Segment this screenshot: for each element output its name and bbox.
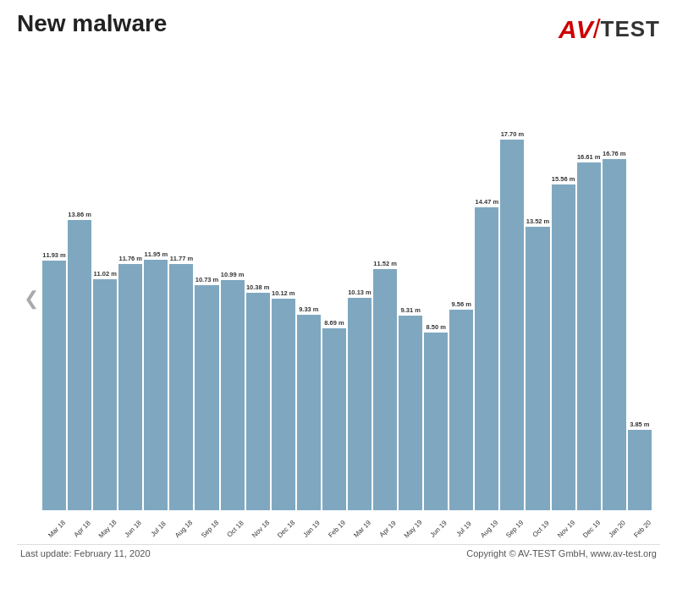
bar-rect <box>42 261 66 510</box>
bar-rect <box>322 328 346 510</box>
bar-rect <box>628 430 652 510</box>
bar-value-label: 11.52 m <box>373 260 397 267</box>
bar-value-label: 9.33 m <box>299 305 318 313</box>
bar-x-label: Sep 18 <box>200 519 220 539</box>
bar-x-label: Nov 18 <box>250 519 271 539</box>
bar-rect <box>297 315 321 510</box>
bar-group: 17.70 mSep 19 <box>500 79 524 510</box>
bar-value-label: 3.85 m <box>630 421 649 428</box>
bar-x-label: Jul 19 <box>455 520 473 537</box>
bar-group: 11.93 mMar 18 <box>42 79 66 510</box>
bar-value-label: 11.02 m <box>93 270 117 278</box>
bar-x-label: Aug 18 <box>173 519 194 539</box>
bar-group: 8.50 mJun 19 <box>424 79 448 510</box>
bar-value-label: 10.99 m <box>221 271 245 278</box>
bar-group: 11.76 mJun 18 <box>118 79 142 510</box>
bar-value-label: 9.31 m <box>400 306 420 314</box>
bar-rect <box>195 285 218 510</box>
bar-x-label: Sep 19 <box>504 519 525 539</box>
bar-rect <box>221 280 245 510</box>
bar-group: 13.86 mApr 18 <box>68 79 91 510</box>
bar-group: 16.61 mDec 19 <box>577 79 601 510</box>
bar-rect <box>399 316 422 510</box>
bar-value-label: 13.52 m <box>526 217 550 225</box>
bar-group: 11.52 mApr 19 <box>373 79 397 510</box>
bar-rect <box>118 264 142 510</box>
bar-x-label: Oct 19 <box>531 520 550 539</box>
bar-x-label: Jul 18 <box>150 520 168 537</box>
bar-rect <box>144 260 168 510</box>
bar-group: 10.38 mNov 18 <box>246 79 270 510</box>
bar-x-label: Feb 20 <box>632 519 652 539</box>
bar-chart: 11.93 mMar 1813.86 mApr 1811.02 mMay 181… <box>42 79 652 510</box>
bar-value-label: 10.13 m <box>348 289 372 296</box>
bar-rect <box>552 184 575 510</box>
bar-group: 11.02 mMay 18 <box>93 79 117 510</box>
bar-group: 16.76 mJan 20 <box>603 79 626 510</box>
bar-value-label: 11.95 m <box>145 250 168 258</box>
bar-x-label: May 18 <box>97 519 118 540</box>
bar-rect <box>246 293 270 510</box>
footer: Last update: February 11, 2020 Copyright… <box>17 548 660 558</box>
bar-x-label: Jun 19 <box>429 520 449 539</box>
bar-x-label: Apr 18 <box>73 520 92 539</box>
bar-x-label: Mar 19 <box>352 519 372 539</box>
bar-group: 10.99 mOct 18 <box>221 79 245 510</box>
bar-group: 11.95 mJul 18 <box>144 79 168 510</box>
bar-value-label: 11.76 m <box>119 255 143 262</box>
logo-test: TEST <box>601 16 660 42</box>
av-test-logo: A V / TEST <box>559 14 660 45</box>
bar-value-label: 10.73 m <box>195 276 219 283</box>
bar-rect <box>526 227 549 510</box>
bar-rect <box>603 159 626 510</box>
bar-rect <box>68 220 91 510</box>
bar-value-label: 8.69 m <box>324 319 344 327</box>
bar-value-label: 10.12 m <box>272 289 295 297</box>
bar-group: 14.47 mAug 19 <box>475 79 498 510</box>
logo-av: A <box>559 15 576 44</box>
bar-x-label: Jan 20 <box>607 520 626 539</box>
bar-group: 9.31 mMay 19 <box>399 79 422 510</box>
bar-x-label: Feb 19 <box>327 519 347 539</box>
bar-rect <box>373 269 397 510</box>
nav-arrow-left[interactable]: ❮ <box>24 288 39 310</box>
bar-value-label: 17.70 m <box>501 130 525 138</box>
logo-av2: V <box>576 15 592 44</box>
bar-x-label: Aug 19 <box>479 519 499 539</box>
bar-rect <box>577 162 601 510</box>
bar-x-label: Apr 19 <box>378 520 398 539</box>
bar-group: 8.69 mFeb 19 <box>322 79 346 510</box>
footer-divider <box>17 544 660 545</box>
bar-x-label: Mar 18 <box>47 519 67 539</box>
bar-x-label: Oct 18 <box>225 520 245 539</box>
bar-group: 9.33 mJan 19 <box>297 79 321 510</box>
bar-group: 11.77 mAug 18 <box>169 79 193 510</box>
page-title: New malware <box>17 10 167 37</box>
bar-group: 13.52 mOct 19 <box>526 79 549 510</box>
bar-x-label: Dec 19 <box>581 519 602 539</box>
bar-x-label: Dec 18 <box>276 519 296 539</box>
bar-group: 10.13 mMar 19 <box>348 79 372 510</box>
bar-value-label: 15.56 m <box>552 175 575 183</box>
bar-rect <box>475 207 498 510</box>
header: New malware A V / TEST <box>17 10 660 45</box>
bar-value-label: 11.93 m <box>42 251 66 259</box>
bar-value-label: 14.47 m <box>476 198 499 206</box>
bar-value-label: 16.61 m <box>577 153 601 161</box>
bar-rect <box>169 264 193 510</box>
bar-x-label: Jan 19 <box>301 520 321 539</box>
bar-x-label: Jun 18 <box>124 520 143 539</box>
bar-value-label: 11.77 m <box>170 255 194 262</box>
bar-rect <box>449 310 473 510</box>
bar-x-label: May 19 <box>403 519 424 540</box>
copyright-label: Copyright © AV-TEST GmbH, www.av-test.or… <box>466 548 657 558</box>
bar-group: 10.12 mDec 18 <box>272 79 295 510</box>
bar-group: 3.85 mFeb 20 <box>628 79 652 510</box>
bar-value-label: 16.76 m <box>603 150 626 157</box>
bar-rect <box>500 140 524 510</box>
bar-rect <box>93 279 117 510</box>
chart-area: ❮ 11.93 mMar 1813.86 mApr 1811.02 mMay 1… <box>17 53 660 544</box>
main-container: New malware A V / TEST ❮ 11.93 mMar 1813… <box>0 0 677 616</box>
last-update-label: Last update: February 11, 2020 <box>20 548 151 558</box>
bar-rect <box>424 333 448 510</box>
